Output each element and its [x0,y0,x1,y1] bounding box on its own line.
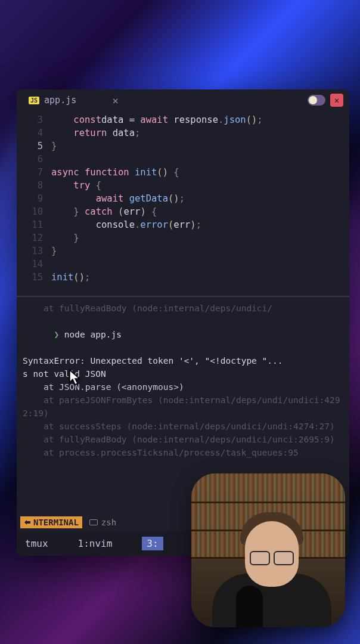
code-line: 6 [17,153,349,166]
close-window-button[interactable]: ✕ [330,94,343,107]
code-content: } [51,140,57,153]
terminal-command: node app.js [64,330,122,339]
terminal-error: SyntaxError: Unexpected token '<', "<!do… [23,354,343,367]
titlebar: JS app.js × ✕ [17,89,349,111]
code-content: } [51,231,79,244]
terminal-trace: at process.processTicksnal/process/task_… [23,446,343,459]
code-line: 12 } [17,231,349,244]
code-line: 7async function init() { [17,166,349,179]
vim-mode-indicator: NTERMINAL [20,516,82,528]
line-number: 14 [17,258,51,271]
code-editor[interactable]: 3 constdata = await response.json();4 re… [17,111,349,296]
prompt-icon: ❯ [54,330,59,339]
code-content: async function init() { [51,166,179,179]
code-content: console.error(err); [51,218,201,231]
webcam-overlay [191,473,345,627]
code-line: 14 [17,258,349,271]
code-content: } [51,244,57,258]
tab-close-icon[interactable]: × [112,94,119,107]
code-line: 4 return data; [17,126,349,140]
tmux-session[interactable]: tmux [25,538,48,549]
tmux-window-1[interactable]: 1:nvim [78,538,113,549]
terminal-trace: at parseJSONFromBytes (node:internal/dep… [23,394,343,420]
file-tab[interactable]: JS app.js [23,92,82,108]
terminal-icon [89,519,98,525]
code-line: 15init(); [17,271,349,284]
terminal-trace: at fullyReadBody (node:internal/deps/und… [23,433,343,446]
terminal-trace: at JSON.parse (<anonymous>) [23,380,343,394]
line-number: 6 [17,153,51,166]
line-number: 5 [17,140,51,153]
line-number: 9 [17,192,51,205]
line-number: 8 [17,179,51,192]
toggle-switch[interactable] [308,95,325,106]
code-content: } catch (err) { [51,205,157,218]
shell-indicator: zsh [89,518,116,527]
line-number: 15 [17,271,51,284]
line-number: 11 [17,218,51,231]
line-number: 4 [17,126,51,140]
code-line: 10 } catch (err) { [17,205,349,218]
terminal-output: at fullyReadBody (node:internal/deps/und… [23,302,343,315]
js-file-icon: JS [29,97,39,104]
terminal-trace: at successSteps (node:internal/deps/undi… [23,420,343,433]
code-line: 3 constdata = await response.json(); [17,113,349,126]
code-content: constdata = await response.json(); [51,113,263,126]
code-content: await getData(); [51,192,185,205]
mode-icon [24,519,31,526]
terminal-error: s not valid JSON [23,367,343,380]
line-number: 13 [17,244,51,258]
code-content: try { [51,179,101,192]
code-content: init(); [51,271,90,284]
tmux-window-active[interactable]: 3: [142,537,163,550]
code-line: 8 try { [17,179,349,192]
tab-filename: app.js [44,95,76,106]
line-number: 3 [17,113,51,126]
terminal-prompt-line: ❯ node app.js [23,315,343,354]
code-content: return data; [51,126,140,140]
code-line: 9 await getData(); [17,192,349,205]
code-line: 5} [17,140,349,153]
line-number: 7 [17,166,51,179]
code-line: 11 console.error(err); [17,218,349,231]
code-line: 13} [17,244,349,258]
line-number: 12 [17,231,51,244]
line-number: 10 [17,205,51,218]
